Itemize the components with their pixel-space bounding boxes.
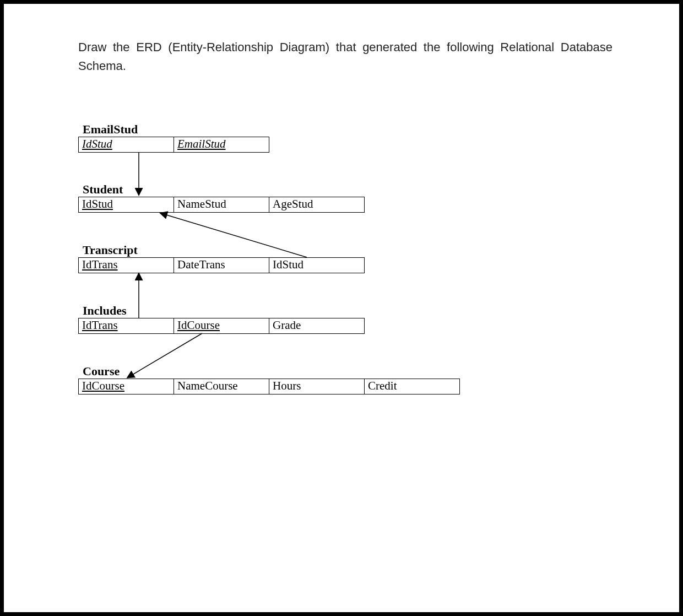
table-title-includes: Includes <box>83 304 126 318</box>
table-title-emailstud: EmailStud <box>83 122 138 137</box>
col-emailstud-1: EmailStud <box>174 137 269 153</box>
page: Draw the ERD (Entity-Relationship Diagra… <box>4 4 679 612</box>
col-student-0: IdStud <box>79 197 174 213</box>
col-includes-2: Grade <box>269 318 365 334</box>
table-transcript: IdTrans DateTrans IdStud <box>78 257 365 273</box>
arrow-transcript-to-student <box>161 213 307 257</box>
table-emailstud: IdStud EmailStud <box>78 137 269 153</box>
table-title-transcript: Transcript <box>83 243 138 257</box>
arrow-includes-to-course <box>128 333 202 377</box>
col-includes-0: IdTrans <box>79 318 174 334</box>
question-prompt: Draw the ERD (Entity-Relationship Diagra… <box>78 38 612 75</box>
table-course: IdCourse NameCourse Hours Credit <box>78 379 460 395</box>
col-transcript-1: DateTrans <box>174 258 269 273</box>
col-transcript-0: IdTrans <box>79 258 174 273</box>
col-student-2: AgeStud <box>269 197 365 213</box>
table-title-course: Course <box>83 364 120 379</box>
col-course-1: NameCourse <box>174 379 269 395</box>
table-includes: IdTrans IdCourse Grade <box>78 318 365 334</box>
col-course-0: IdCourse <box>79 379 174 395</box>
table-title-student: Student <box>83 182 123 197</box>
col-includes-1: IdCourse <box>174 318 269 334</box>
table-student: IdStud NameStud AgeStud <box>78 197 365 213</box>
col-emailstud-0: IdStud <box>79 137 174 153</box>
col-course-3: Credit <box>365 379 460 395</box>
col-student-1: NameStud <box>174 197 269 213</box>
col-transcript-2: IdStud <box>269 258 365 273</box>
col-course-2: Hours <box>269 379 365 395</box>
